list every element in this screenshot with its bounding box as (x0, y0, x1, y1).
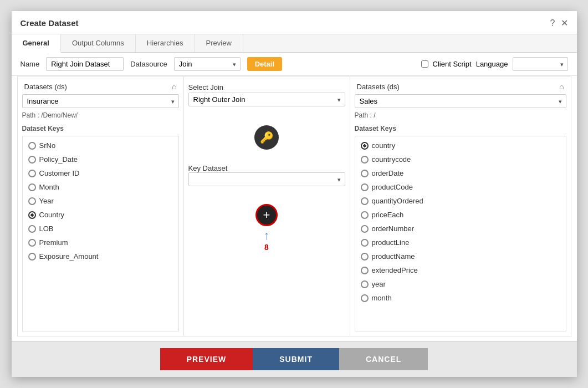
key-label-productline: productLine (372, 238, 410, 247)
key-label-policy-date: Policy_Date (39, 155, 78, 164)
key-item-ordernumber[interactable]: orderNumber (355, 222, 566, 236)
key-item-customer-id[interactable]: Customer ID (23, 166, 178, 180)
radio-quantityordered[interactable] (361, 197, 369, 205)
key-item-year[interactable]: Year (23, 194, 178, 208)
radio-productname[interactable] (361, 253, 369, 261)
left-dataset-select-wrapper[interactable]: Insurance ▾ (22, 94, 179, 108)
help-icon[interactable]: ? (550, 18, 555, 28)
key-item-month[interactable]: Month (23, 180, 178, 194)
key-item-productname[interactable]: productName (355, 249, 566, 263)
right-panel-header: Datasets (ds) ⌂ (355, 81, 566, 92)
key-label-priceeach: priceEach (372, 211, 404, 219)
key-item-extendedprice[interactable]: extendedPrice (355, 263, 566, 277)
datasource-select[interactable]: Join (174, 57, 241, 71)
radio-country[interactable] (28, 211, 36, 219)
key-item-country[interactable]: Country (23, 208, 178, 222)
join-type-select[interactable]: Right Outer Join Left Outer Join Inner J… (188, 93, 345, 106)
select-join-label: Select Join (188, 81, 345, 93)
left-datasets-label: Datasets (ds) (24, 83, 67, 91)
key-item-year-r[interactable]: year (355, 277, 566, 291)
language-select[interactable] (513, 57, 568, 71)
radio-countrycode[interactable] (361, 156, 369, 164)
key-label-orderdate: orderDate (372, 169, 404, 177)
key-label-customer-id: Customer ID (39, 169, 80, 177)
close-icon[interactable]: ✕ (561, 18, 568, 28)
modal-title: Create Dataset (21, 18, 79, 33)
create-dataset-modal: Create Dataset ? ✕ General Output Column… (12, 11, 577, 377)
key-label-year: Year (39, 197, 54, 205)
radio-extendedprice[interactable] (361, 267, 369, 274)
key-icon: 🔑 (254, 125, 279, 150)
key-label-month: Month (39, 183, 59, 191)
left-keys-label: Dataset Keys (22, 122, 179, 134)
key-label-productcode: productCode (372, 183, 413, 191)
key-label-extendedprice: extendedPrice (372, 266, 418, 274)
radio-ordernumber[interactable] (361, 225, 369, 233)
modal-footer: PREVIEW SUBMIT CANCEL (12, 341, 577, 377)
radio-srno[interactable] (28, 142, 36, 150)
radio-productline[interactable] (361, 239, 369, 247)
center-panel: Select Join Right Outer Join Left Outer … (188, 81, 345, 111)
key-item-orderdate[interactable]: orderDate (355, 166, 566, 180)
key-label-month-r: month (372, 294, 392, 302)
key-item-country-r[interactable]: country (355, 139, 566, 152)
add-join-button[interactable]: + (255, 204, 278, 226)
radio-exposure-amount[interactable] (28, 253, 36, 261)
radio-month[interactable] (28, 183, 36, 191)
key-label-srno: SrNo (39, 141, 56, 150)
client-script-checkbox[interactable] (421, 60, 428, 68)
radio-policy-date[interactable] (28, 156, 36, 164)
key-item-exposure-amount[interactable]: Exposure_Amount (23, 249, 178, 263)
key-dataset-label: Key Dataset (188, 164, 345, 172)
right-dataset-select-wrapper[interactable]: Sales ▾ (355, 94, 566, 108)
key-item-priceeach[interactable]: priceEach (355, 208, 566, 222)
left-home-icon[interactable]: ⌂ (172, 82, 176, 91)
key-label-lob: LOB (39, 224, 54, 233)
radio-lob[interactable] (28, 225, 36, 233)
key-label-countrycode: countrycode (372, 155, 411, 164)
left-path: Path : /Demo/New/ (22, 110, 179, 120)
key-item-policy-date[interactable]: Policy_Date (23, 152, 178, 166)
client-script-area: Client Script Language ▾ (421, 57, 568, 71)
key-dataset-select[interactable] (188, 172, 345, 186)
key-item-lob[interactable]: LOB (23, 222, 178, 236)
submit-button[interactable]: SUBMIT (253, 348, 339, 370)
key-item-productcode[interactable]: productCode (355, 180, 566, 194)
right-dataset-select[interactable]: Sales (355, 94, 566, 108)
tab-output-columns[interactable]: Output Columns (61, 34, 136, 52)
right-path: Path : / (355, 110, 566, 120)
key-item-srno[interactable]: SrNo (23, 139, 178, 152)
right-datasets-label: Datasets (ds) (357, 83, 400, 91)
radio-premium[interactable] (28, 239, 36, 247)
name-input[interactable] (46, 57, 124, 71)
tab-hierarchies[interactable]: Hierarchies (136, 34, 195, 52)
key-item-productline[interactable]: productLine (355, 236, 566, 249)
key-item-premium[interactable]: Premium (23, 236, 178, 249)
radio-year-r[interactable] (361, 280, 369, 288)
preview-button[interactable]: PREVIEW (160, 348, 253, 370)
key-item-month-r[interactable]: month (355, 291, 566, 305)
datasource-label: Datasource (130, 60, 167, 68)
add-button-area: + ↑ 8 (188, 204, 345, 252)
detail-button[interactable]: Detail (247, 57, 282, 71)
radio-customer-id[interactable] (28, 170, 36, 177)
left-dataset-select[interactable]: Insurance (22, 94, 179, 108)
right-home-icon[interactable]: ⌂ (559, 82, 564, 91)
key-item-countrycode[interactable]: countrycode (355, 152, 566, 166)
key-label-quantityordered: quantityOrdered (372, 197, 423, 205)
modal-header: Create Dataset ? ✕ (12, 11, 577, 34)
radio-priceeach[interactable] (361, 211, 369, 219)
key-icon-area: 🔑 (188, 121, 345, 154)
tab-general[interactable]: General (12, 34, 61, 53)
radio-orderdate[interactable] (361, 170, 369, 177)
radio-year[interactable] (28, 197, 36, 205)
radio-month-r[interactable] (361, 294, 369, 302)
key-label-premium: Premium (39, 238, 68, 247)
key-label-productname: productName (372, 252, 415, 261)
key-item-quantityordered[interactable]: quantityOrdered (355, 194, 566, 208)
tab-preview[interactable]: Preview (195, 34, 243, 52)
cancel-button[interactable]: CANCEL (339, 348, 428, 370)
radio-productcode[interactable] (361, 183, 369, 191)
key-label-ordernumber: orderNumber (372, 224, 415, 233)
radio-country-r[interactable] (361, 142, 369, 150)
